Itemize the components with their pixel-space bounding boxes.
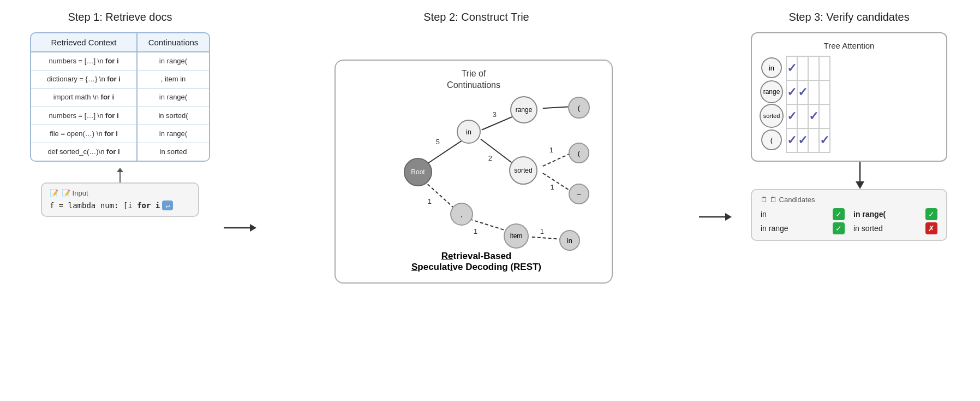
cell-3-3: ✓ <box>819 128 830 152</box>
svg-text:1: 1 <box>549 146 553 154</box>
step3-section: Step 3: Verify candidates Tree Attention… <box>734 11 964 390</box>
cell-3-2 <box>808 128 819 152</box>
main-container: Step 1: Retrieve docs Retrieved Context … <box>0 0 980 401</box>
candidate-in-range: in range ✓ <box>761 222 845 234</box>
svg-line-13 <box>543 173 570 191</box>
row-labels: in range sorted ( <box>760 56 784 153</box>
cell-context: import math \n for i <box>31 89 138 106</box>
retrieved-table: Retrieved Context Continuations numbers … <box>30 32 210 162</box>
attention-box: Tree Attention in range sorted ( <box>751 32 947 162</box>
arrow-step1-step2 <box>224 11 256 390</box>
svg-line-10 <box>543 107 571 108</box>
trie-node-in2: in <box>559 230 580 251</box>
table-row: import math \n for i in range( <box>31 89 209 107</box>
cell-2-1 <box>797 104 808 128</box>
notepad-icon: 📝 <box>50 189 58 197</box>
node-sorted: sorted <box>760 104 784 128</box>
down-arrow <box>852 162 868 189</box>
accept-badge: ✓ <box>833 208 845 220</box>
cell-context: file = open(…) \n for i <box>31 125 138 143</box>
cell-context: def sorted_c(…)\n for i <box>31 143 138 161</box>
cell-0-3 <box>819 56 830 80</box>
svg-text:1: 1 <box>474 227 477 235</box>
trie-node-underscore: – <box>569 184 589 204</box>
col-cont-header: Continuations <box>138 33 209 51</box>
cell-cont: in range( <box>138 52 209 70</box>
cell-0-0: ✓ <box>786 56 797 80</box>
cell-2-3 <box>819 104 830 128</box>
trie-node-sorted: sorted <box>509 156 537 185</box>
cell-cont: in range( <box>138 89 209 106</box>
trie-node-item: item <box>504 223 529 249</box>
candidate-label: in range <box>761 224 788 233</box>
table-row: numbers = […] \n for i in sorted( <box>31 107 209 125</box>
candidate-label: in <box>761 210 767 219</box>
candidate-in: in ✓ <box>761 208 845 220</box>
cell-0-2 <box>808 56 819 80</box>
candidates-grid: in ✓ in range ✓ in range( ✓ in sort <box>761 208 937 234</box>
trie-node-paren2: ( <box>569 143 589 163</box>
step1-title: Step 1: Retrieve docs <box>68 11 172 23</box>
cell-1-3 <box>819 80 830 104</box>
col-context-header: Retrieved Context <box>31 33 138 51</box>
arrow-step2-step3 <box>696 11 734 390</box>
svg-text:1: 1 <box>551 183 554 191</box>
input-box: 📝 📝 Input f = lambda num: [i for i ↵ <box>41 182 199 217</box>
svg-line-11 <box>543 154 570 166</box>
attention-title: Tree Attention <box>760 41 939 50</box>
table-row: def sorted_c(…)\n for i in sorted <box>31 143 209 161</box>
svg-marker-21 <box>725 213 732 221</box>
svg-line-17 <box>532 237 560 239</box>
cell-cont: in sorted( <box>138 107 209 125</box>
step2-title: Step 2: Construct Trie <box>423 11 529 23</box>
checkmark-icon: ✓ <box>787 133 797 148</box>
cell-context: numbers = […] \n for i <box>31 52 138 70</box>
svg-text:3: 3 <box>493 110 497 119</box>
cell-1-0: ✓ <box>786 80 797 104</box>
node-paren: ( <box>761 129 782 150</box>
attention-grid-container: in range sorted ( ✓ <box>760 56 939 153</box>
candidate-in-sorted: in sorted ✗ <box>853 222 937 234</box>
candidate-in-range-paren: in range( ✓ <box>853 208 937 220</box>
svg-marker-23 <box>856 181 864 189</box>
right-arrow-icon2 <box>699 209 732 225</box>
candidates-title: 🗒 🗒 Candidates <box>761 196 937 204</box>
checkmark-icon: ✓ <box>787 61 797 75</box>
node-range: range <box>760 80 783 103</box>
checkmark-icon: ✓ <box>787 109 797 123</box>
step3-title: Step 3: Verify candidates <box>788 11 909 23</box>
trie-node-range: range <box>510 96 537 123</box>
trie-diagram: Trie ofContinuations 5 1 3 2 <box>334 32 618 267</box>
cell-cont: , item in <box>138 70 209 88</box>
down-arrow-icon <box>852 162 868 189</box>
candidates-col1: in ✓ in range ✓ <box>761 208 845 234</box>
node-in: in <box>761 57 782 78</box>
svg-text:5: 5 <box>436 138 440 146</box>
cell-3-1: ✓ <box>797 128 808 152</box>
svg-text:1: 1 <box>540 227 544 235</box>
input-label: 📝 📝 Input <box>50 189 190 197</box>
attention-grid: ✓ ✓ ✓ ✓ ✓ ✓ ✓ <box>786 56 830 153</box>
reject-badge: ✗ <box>925 222 937 234</box>
trie-container: Trie ofContinuations 5 1 3 2 <box>334 60 613 284</box>
svg-text:1: 1 <box>428 197 432 205</box>
checkmark-icon: ✓ <box>798 85 808 99</box>
svg-text:2: 2 <box>488 154 492 162</box>
step1-section: Step 1: Retrieve docs Retrieved Context … <box>16 11 224 390</box>
step2-section: Step 2: Construct Trie Trie ofContinuati… <box>256 11 696 390</box>
checkmark-icon: ✓ <box>820 133 829 148</box>
input-box-wrapper: 📝 📝 Input f = lambda num: [i for i ↵ <box>41 172 199 217</box>
rest-label: Retrieval-BasedSpeculative Decoding (RES… <box>411 251 541 273</box>
right-arrow-icon <box>224 220 256 236</box>
notes-icon: 🗒 <box>761 196 768 204</box>
candidates-box: 🗒 🗒 Candidates in ✓ in range ✓ <box>751 189 947 241</box>
candidates-col2: in range( ✓ in sorted ✗ <box>853 208 937 234</box>
cell-1-1: ✓ <box>797 80 808 104</box>
svg-marker-1 <box>250 224 256 232</box>
table-header: Retrieved Context Continuations <box>31 33 209 52</box>
trie-title: Trie ofContinuations <box>430 68 517 91</box>
cell-2-0: ✓ <box>786 104 797 128</box>
table-row: numbers = […] \n for i in range( <box>31 52 209 70</box>
accept-badge: ✓ <box>925 208 937 220</box>
input-content: f = lambda num: [i for i ↵ <box>50 200 190 210</box>
